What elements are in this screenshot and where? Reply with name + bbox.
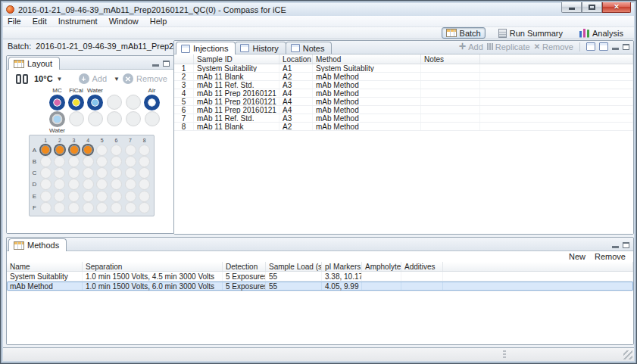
well-f7[interactable] bbox=[123, 202, 138, 213]
panel-minimize-icon[interactable] bbox=[612, 246, 619, 248]
menu-item-instrument[interactable]: Instrument bbox=[58, 17, 98, 26]
well-b1[interactable] bbox=[39, 156, 53, 167]
reagent-vial-empty[interactable] bbox=[107, 111, 122, 126]
menu-item-edit[interactable]: Edit bbox=[33, 17, 47, 26]
well-b4[interactable] bbox=[81, 156, 95, 167]
add-chevron-down-icon[interactable]: ▼ bbox=[114, 76, 120, 82]
injections-replicate-button[interactable]: Replicate bbox=[487, 42, 530, 51]
well-b5[interactable] bbox=[95, 156, 110, 167]
table-row[interactable]: 3mAb 11 Ref. Std.A3mAb Method bbox=[174, 81, 633, 89]
temperature-display[interactable]: 10°C bbox=[34, 74, 53, 83]
reagent-vial-pink[interactable] bbox=[49, 95, 65, 110]
view-button-analysis[interactable]: Analysis bbox=[576, 27, 627, 39]
methods-new-button[interactable]: New bbox=[569, 252, 585, 261]
well-c3[interactable] bbox=[67, 167, 81, 179]
view-button-batch[interactable]: Batch bbox=[442, 27, 486, 39]
layout-add-button[interactable]: Add bbox=[92, 74, 108, 83]
table-row[interactable]: mAb Method1.0 min 1500 Volts, 6.0 min 30… bbox=[7, 282, 633, 291]
panel-maximize-icon[interactable] bbox=[163, 61, 170, 67]
well-a6[interactable] bbox=[109, 144, 123, 156]
resize-grip[interactable] bbox=[623, 350, 632, 359]
well-c8[interactable] bbox=[137, 167, 151, 179]
well-a8[interactable] bbox=[137, 144, 151, 156]
well-f6[interactable] bbox=[109, 202, 123, 213]
well-e5[interactable] bbox=[95, 191, 110, 202]
maximize-button[interactable] bbox=[582, 2, 602, 13]
well-d7[interactable] bbox=[123, 179, 138, 190]
reagent-vial-lightblue[interactable] bbox=[87, 95, 103, 110]
well-a2[interactable] bbox=[53, 144, 67, 156]
reagent-vial-water[interactable] bbox=[49, 111, 65, 127]
well-c1[interactable] bbox=[39, 167, 53, 179]
well-e7[interactable] bbox=[123, 191, 138, 202]
table-row[interactable]: 1System SuitabilityA1System Suitablity bbox=[174, 64, 633, 73]
well-d1[interactable] bbox=[39, 179, 53, 190]
table-row[interactable]: 6mAb 11 Prep 20160121A4mAb Method bbox=[174, 106, 633, 114]
reagent-vial-empty[interactable] bbox=[145, 111, 160, 126]
table-row[interactable]: 7mAb 11 Ref. Std.A3mAb Method bbox=[174, 114, 633, 123]
well-f5[interactable] bbox=[95, 202, 110, 213]
tab-injections[interactable]: Injections bbox=[176, 42, 236, 54]
well-e2[interactable] bbox=[53, 191, 67, 202]
well-c4[interactable] bbox=[81, 167, 95, 179]
injections-remove-button[interactable]: ✕ Remove bbox=[534, 42, 573, 51]
temperature-chevron-down-icon[interactable]: ▼ bbox=[57, 76, 63, 82]
well-b8[interactable] bbox=[137, 156, 151, 167]
well-d8[interactable] bbox=[137, 179, 151, 190]
well-e8[interactable] bbox=[137, 191, 151, 202]
tab-layout[interactable]: Layout bbox=[8, 57, 60, 70]
well-a1[interactable] bbox=[39, 144, 53, 156]
table-row[interactable]: 5mAb 11 Prep 20160121A4mAb Method bbox=[174, 98, 633, 106]
panel-minimize-icon[interactable] bbox=[152, 64, 159, 67]
panel-maximize-icon[interactable] bbox=[623, 44, 629, 50]
well-b3[interactable] bbox=[67, 156, 81, 167]
methods-remove-button[interactable]: Remove bbox=[595, 252, 626, 261]
view-button-run-summary[interactable]: Run Summary bbox=[495, 27, 567, 39]
reagent-vial-empty[interactable] bbox=[126, 95, 141, 110]
well-f1[interactable] bbox=[39, 202, 53, 213]
well-b6[interactable] bbox=[109, 156, 123, 167]
splitter-handle[interactable] bbox=[503, 350, 506, 359]
reagent-vial-yellow[interactable] bbox=[68, 95, 84, 110]
well-d5[interactable] bbox=[95, 179, 110, 190]
menu-item-window[interactable]: Window bbox=[109, 17, 139, 26]
table-row[interactable]: System Suitablity1.0 min 1500 Volts, 4.5… bbox=[7, 272, 633, 282]
well-d4[interactable] bbox=[81, 179, 95, 190]
well-f4[interactable] bbox=[81, 202, 95, 213]
well-c5[interactable] bbox=[95, 167, 110, 179]
tab-methods[interactable]: Methods bbox=[8, 238, 67, 251]
menu-item-file[interactable]: File bbox=[8, 17, 21, 26]
well-a5[interactable] bbox=[95, 144, 110, 156]
layout-remove-button[interactable]: Remove bbox=[136, 74, 167, 83]
well-d2[interactable] bbox=[53, 179, 67, 190]
well-e6[interactable] bbox=[109, 191, 123, 202]
well-c6[interactable] bbox=[109, 167, 123, 179]
well-a3[interactable] bbox=[67, 144, 81, 156]
panel-maximize-icon[interactable] bbox=[623, 242, 629, 248]
well-c7[interactable] bbox=[123, 167, 138, 179]
menu-item-help[interactable]: Help bbox=[150, 17, 167, 26]
well-e4[interactable] bbox=[81, 191, 95, 202]
close-button[interactable]: ✕ bbox=[602, 2, 631, 13]
reagent-vial-air[interactable] bbox=[144, 95, 160, 110]
reagent-vial-empty[interactable] bbox=[126, 111, 141, 126]
well-a4[interactable] bbox=[81, 144, 95, 156]
reagent-vial-empty[interactable] bbox=[107, 95, 122, 110]
well-a7[interactable] bbox=[123, 144, 138, 156]
table-row[interactable]: 8mAb 11 BlankA2mAb Method bbox=[174, 123, 633, 131]
well-f8[interactable] bbox=[137, 202, 151, 213]
table-row[interactable]: 2mAb 11 BlankA2mAb Method bbox=[174, 73, 633, 81]
reagent-vial-empty[interactable] bbox=[69, 111, 84, 126]
well-b2[interactable] bbox=[53, 156, 67, 167]
table-export-icon[interactable] bbox=[586, 42, 595, 51]
tab-history[interactable]: History bbox=[235, 42, 286, 54]
panel-minimize-icon[interactable] bbox=[612, 48, 619, 50]
well-e1[interactable] bbox=[39, 191, 53, 202]
well-d6[interactable] bbox=[109, 179, 123, 190]
well-c2[interactable] bbox=[53, 167, 67, 179]
injections-add-button[interactable]: ✛ Add bbox=[459, 42, 483, 51]
well-e3[interactable] bbox=[67, 191, 81, 202]
minimize-button[interactable] bbox=[561, 2, 582, 13]
table-row[interactable]: 4mAb 11 Prep 20160121A4mAb Method bbox=[174, 89, 633, 98]
well-b7[interactable] bbox=[123, 156, 138, 167]
